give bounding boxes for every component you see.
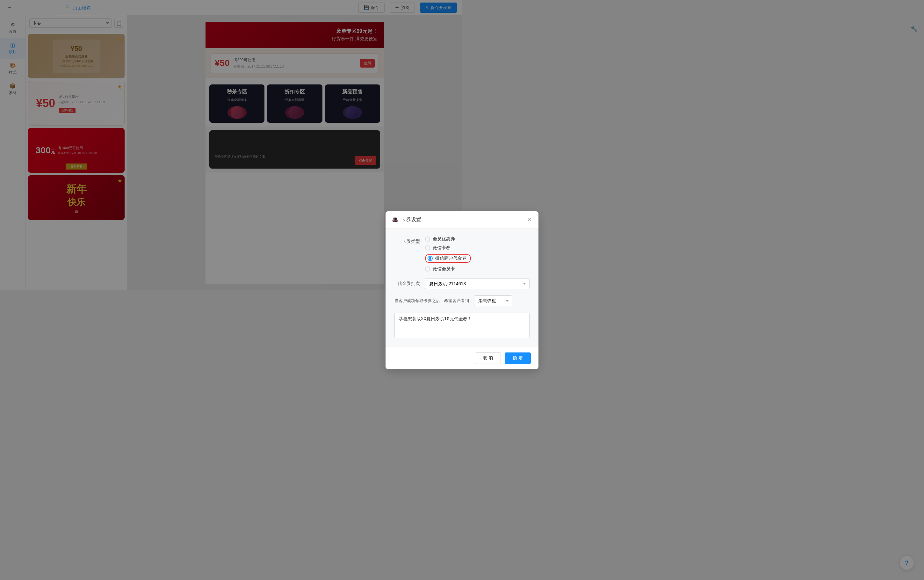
- radio-wechat-voucher[interactable]: 微信商户代金券: [425, 254, 462, 263]
- modal-body: 卡券类型 会员优惠券 微信卡券: [386, 229, 462, 290]
- modal-title: 🎩 卡券设置: [392, 216, 421, 223]
- radio-circle-wechat-voucher: [427, 256, 433, 261]
- radio-circle-wechat-member: [425, 267, 430, 272]
- card-type-field: 卡券类型 会员优惠券 微信卡券: [395, 236, 462, 272]
- batch-field: 代金券批次 夏日轰趴-2114613: [395, 278, 462, 289]
- radio-member[interactable]: 会员优惠券: [425, 236, 462, 242]
- card-icon: 🎩: [392, 217, 398, 223]
- batch-select[interactable]: 夏日轰趴-2114613: [425, 278, 462, 289]
- modal-header: 🎩 卡券设置 ✕: [386, 211, 462, 229]
- radio-group: 会员优惠券 微信卡券 微信商户代金券: [425, 236, 462, 272]
- modal-overlay: 🎩 卡券设置 ✕ 卡券类型 会员优惠券: [0, 0, 462, 290]
- card-settings-modal: 🎩 卡券设置 ✕ 卡券类型 会员优惠券: [386, 211, 462, 290]
- radio-wechat-member[interactable]: 微信会员卡: [425, 266, 462, 272]
- batch-select-container: 夏日轰趴-2114613: [425, 278, 462, 289]
- radio-wechat[interactable]: 微信卡券: [425, 245, 462, 251]
- radio-circle-wechat: [425, 246, 430, 250]
- radio-circle-member: [425, 236, 430, 242]
- radio-highlight-container: 微信商户代金券: [425, 254, 462, 263]
